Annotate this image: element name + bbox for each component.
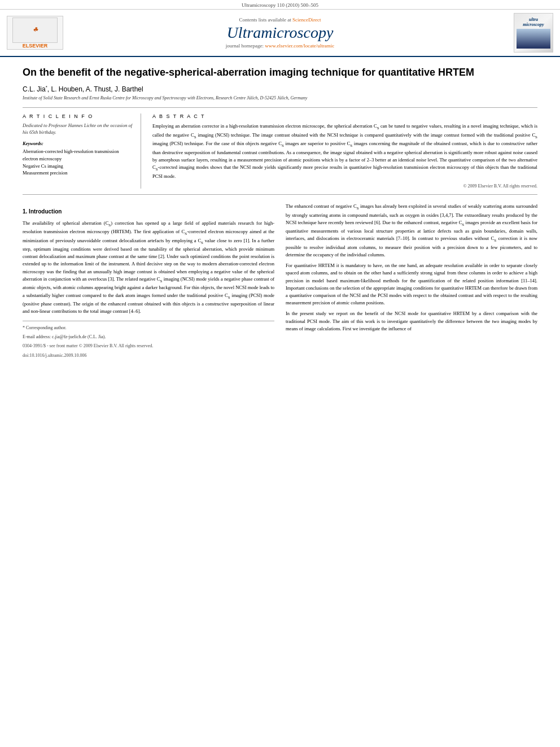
body-right-column: The enhanced contrast of negative CS ima… [286, 203, 537, 359]
journal-thumbnail: ultramicroscopy [514, 13, 553, 53]
keyword-2: Negative Cs imaging [23, 163, 133, 170]
body-left-column: 1. Introduction The availability of sphe… [23, 203, 274, 359]
journal-banner: ☘ ELSEVIER Contents lists available at S… [0, 10, 560, 57]
publisher-logo-area: ☘ ELSEVIER [7, 16, 69, 50]
abstract-text: Employing an aberration corrector in a h… [152, 123, 537, 180]
intro-para-2: The enhanced contrast of negative CS ima… [286, 203, 537, 259]
article-info-column: A R T I C L E I N F O Dedicated to Profe… [23, 113, 141, 189]
elsevier-logo-box: ☘ ELSEVIER [7, 16, 63, 50]
footnotes: * Corresponding author. E-mail address: … [23, 321, 274, 359]
journal-title: Ultramicroscopy [69, 24, 491, 42]
keyword-1: Aberration-corrected high-resolution tra… [23, 148, 133, 163]
article-title: On the benefit of the negative-spherical… [23, 66, 537, 79]
body-content: 1. Introduction The availability of sphe… [23, 203, 537, 359]
authors: C.L. Jia*, L. Houben, A. Thust, J. Barth… [23, 85, 537, 93]
main-content: On the benefit of the negative-spherical… [0, 57, 560, 368]
journal-citation: Ultramicroscopy 110 (2010) 500–505 [0, 0, 560, 10]
intro-para-4: In the present study we report on the be… [286, 310, 537, 333]
journal-title-area: Contents lists available at ScienceDirec… [69, 17, 491, 49]
elsevier-name: ELSEVIER [23, 43, 48, 49]
article-info-label: A R T I C L E I N F O [23, 113, 133, 119]
journal-homepage: journal homepage: www.elsevier.com/locat… [69, 43, 491, 49]
keywords-list: Aberration-corrected high-resolution tra… [23, 148, 133, 177]
contents-available: Contents lists available at ScienceDirec… [69, 17, 491, 23]
info-abstract-section: A R T I C L E I N F O Dedicated to Profe… [23, 107, 537, 195]
corresponding-author-note: * Corresponding author. [23, 325, 274, 331]
abstract-label: A B S T R A C T [152, 113, 537, 119]
issn-line: 0304-3991/$ - see front matter © 2009 El… [23, 343, 274, 350]
copyright: © 2009 Elsevier B.V. All rights reserved… [152, 184, 537, 189]
keywords-label: Keywords: [23, 141, 133, 146]
keyword-3: Measurement precision [23, 169, 133, 177]
intro-para-1: The availability of spherical aberration… [23, 220, 274, 316]
intro-para-3: For quantitative HRTEM it is mandatory t… [286, 262, 537, 307]
email-note: E-mail address: c.jia@fz-juelich.de (C.L… [23, 334, 274, 340]
journal-thumbnail-area: ultramicroscopy [491, 13, 553, 53]
doi-line: doi:10.1016/j.ultramic.2009.10.006 [23, 352, 274, 359]
dedication: Dedicated to Professor Hannes Lichte on … [23, 123, 133, 136]
sciencedirect-link[interactable]: ScienceDirect [292, 17, 321, 23]
introduction-heading: 1. Introduction [23, 207, 274, 216]
affiliation: Institute of Solid State Research and Er… [23, 95, 537, 101]
homepage-url[interactable]: www.elsevier.com/locate/ultramic [265, 43, 334, 49]
abstract-column: A B S T R A C T Employing an aberration … [152, 113, 537, 189]
